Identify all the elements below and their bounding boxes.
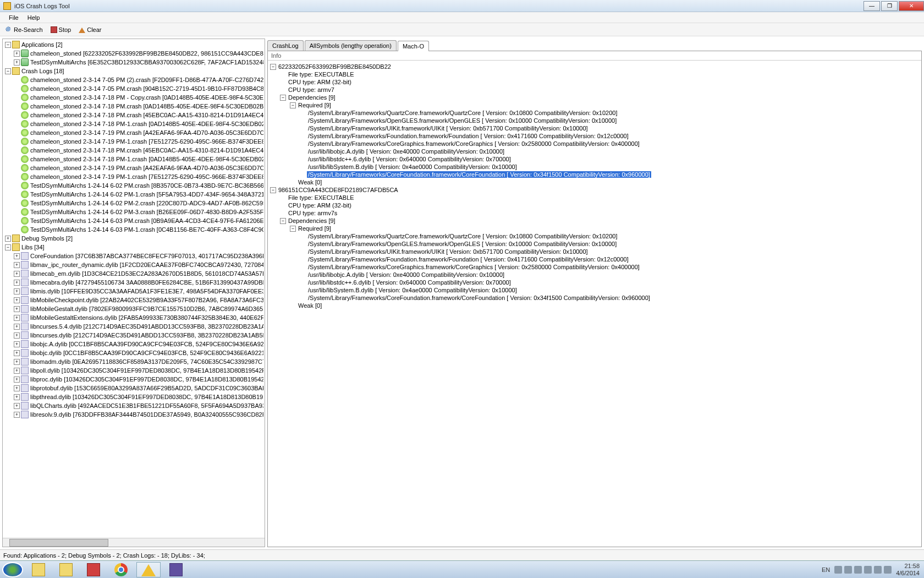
tree-lib-item[interactable]: +libobjc.A.dylib [0CC1BF8B5CAA39FD90CA9C… (4, 340, 263, 348)
tree-lib-item[interactable]: +libmis.dylib [10FFEE9D35CC3A3AAFAD5A1F3… (4, 287, 263, 296)
info-required[interactable]: −Required [9] (270, 225, 919, 232)
tree-crash-item[interactable]: TestDSymMultiArchs 1-24-14 6-03 PM-1.cra… (4, 225, 263, 234)
tree-lib-item[interactable]: +libMobileGestaltExtensions.dylib [2FAB5… (4, 313, 263, 322)
expander-icon[interactable]: + (14, 359, 20, 365)
taskbar-chrome[interactable] (109, 562, 133, 577)
expander-icon[interactable]: + (14, 297, 20, 303)
close-button[interactable]: ✕ (899, 1, 924, 11)
tree-lib-item[interactable]: +libproc.dylib [103426DC305C304F91EF997D… (4, 375, 263, 384)
tree-crash-item[interactable]: TestDSymMultiArchs 1-24-14 6-02 PM-2.cra… (4, 199, 263, 208)
tree-lib-item[interactable]: +libMobileCheckpoint.dylib [22AB2A402CE5… (4, 296, 263, 304)
expander-icon[interactable]: + (5, 236, 11, 242)
tree-crash-item[interactable]: chameleon_stoned 2-3-14 7-05 PM.crash [9… (4, 84, 263, 93)
expander-icon[interactable]: − (5, 42, 11, 48)
expander-icon[interactable]: − (290, 226, 296, 232)
info-dep-item[interactable]: /usr/lib/libstdc++.6.dylib [ Version: 0x… (270, 279, 919, 286)
stop-button[interactable]: Stop (47, 25, 75, 34)
info-weak[interactable]: Weak [0] (270, 178, 919, 186)
tree-crash-item[interactable]: TestDSymMultiArchs 1-24-14 6-02 PM.crash… (4, 181, 263, 190)
info-weak[interactable]: Weak [0] (270, 302, 919, 309)
tray-icon[interactable] (844, 566, 852, 574)
tree-lib-item[interactable]: +libncurses.5.4.dylib [212C714D9AEC35D49… (4, 322, 263, 331)
info-dep-item[interactable]: /System/Library/Frameworks/CoreFoundatio… (270, 171, 919, 178)
taskbar-explorer[interactable] (26, 562, 51, 577)
tree-lib-item[interactable]: +CoreFoundation [37C6B3B7ABCA3774BEC8FEC… (4, 252, 263, 260)
tree-lib-item[interactable]: +libmav_ipc_router_dynamic.dylib [1F2CD2… (4, 260, 263, 269)
tree-crash-item[interactable]: chameleon_stoned 2-3-14 7-19 PM-1.crash … (4, 137, 263, 146)
expander-icon[interactable]: + (14, 59, 20, 66)
lang-indicator[interactable]: EN (822, 566, 830, 573)
info-dep-item[interactable]: /System/Library/Frameworks/CoreGraphics.… (270, 263, 919, 271)
left-tree[interactable]: −Applications [2]+chameleon_stoned [6223… (3, 39, 265, 538)
info-binary-id[interactable]: −986151CC9A443CDE8FD2189C7AFDB5CA (270, 186, 919, 194)
tree-crash-item[interactable]: TestDSymMultiArchs 1-24-14 6-02 PM-1.cra… (4, 190, 263, 199)
info-dep-item[interactable]: /System/Library/Frameworks/Foundation.fr… (270, 132, 919, 140)
tree-crash-item[interactable]: chameleon_stoned 2-3-14 7-19 PM.crash [A… (4, 163, 263, 172)
maximize-button[interactable]: ❐ (881, 1, 898, 11)
tree-lib-item[interactable]: +libpthread.dylib [103426DC305C304F91EF9… (4, 392, 263, 401)
tray-icon[interactable] (884, 566, 892, 574)
expander-icon[interactable]: + (14, 262, 20, 268)
tree-applications[interactable]: −Applications [2] (4, 40, 263, 49)
tree-app-item[interactable]: +chameleon_stoned [622332052F633992BF99B… (4, 49, 263, 58)
info-dep-item[interactable]: /System/Library/Frameworks/UIKit.framewo… (270, 248, 919, 255)
clear-button[interactable]: Clear (75, 25, 105, 34)
tree-app-item[interactable]: +TestDSymMultiArchs [6E352C3BD12933CBBA9… (4, 58, 263, 67)
expander-icon[interactable]: + (14, 324, 20, 330)
info-dependencies[interactable]: −Dependencies [9] (270, 94, 919, 101)
tree-crash-item[interactable]: chameleon_stoned 2-3-14 7-18 PM-1.crash … (4, 119, 263, 128)
tab-allsymbols[interactable]: AllSymbols (lengthy operation) (305, 40, 397, 51)
tree-lib-item[interactable]: +libMobileGestalt.dylib [7802EF9800993FF… (4, 304, 263, 313)
info-dep-item[interactable]: /System/Library/Frameworks/OpenGLES.fram… (270, 117, 919, 124)
tree-lib-item[interactable]: +libpoll.dylib [103426DC305C304F91EF997D… (4, 366, 263, 375)
expander-icon[interactable]: − (5, 68, 11, 74)
info-dep-item[interactable]: /System/Library/Frameworks/QuartzCore.fr… (270, 232, 919, 240)
menu-help[interactable]: Help (23, 13, 45, 22)
expander-icon[interactable]: + (14, 288, 20, 295)
taskbar-vs[interactable] (164, 562, 188, 577)
tree-lib-item[interactable]: +libmecab_em.dylib [1D3C84CE21D53EC2A283… (4, 269, 263, 278)
info-dependencies[interactable]: −Dependencies [9] (270, 217, 919, 225)
start-button[interactable] (2, 562, 23, 577)
expander-icon[interactable]: + (14, 332, 20, 339)
info-dep-item[interactable]: /System/Library/Frameworks/QuartzCore.fr… (270, 109, 919, 117)
tree-crash-logs[interactable]: −Crash Logs [18] (4, 67, 263, 75)
tree-crash-item[interactable]: chameleon_stoned 2-3-14 7-18 PM-1.crash … (4, 155, 263, 163)
info-cpusub[interactable]: CPU type: armv7s (270, 209, 919, 217)
tray-icon[interactable] (834, 566, 842, 574)
tree-crash-item[interactable]: chameleon_stoned 2-3-14 7-18 PM.crash [4… (4, 111, 263, 119)
expander-icon[interactable]: − (280, 218, 286, 224)
tree-lib-item[interactable]: +libresolv.9.dylib [763DDFFB38AF3444B745… (4, 410, 263, 419)
tree-crash-item[interactable]: TestDSymMultiArchs 1-24-14 6-03 PM.crash… (4, 216, 263, 225)
info-filetype[interactable]: File type: EXECUTABLE (270, 70, 919, 78)
expander-icon[interactable]: − (270, 64, 276, 70)
info-cpusub[interactable]: CPU type: armv7 (270, 86, 919, 94)
expander-icon[interactable]: + (14, 385, 20, 391)
expander-icon[interactable]: − (270, 187, 276, 193)
expander-icon[interactable]: + (14, 253, 20, 259)
expander-icon[interactable]: + (14, 271, 20, 277)
clock[interactable]: 21:58 4/6/2014 (896, 563, 920, 576)
expander-icon[interactable]: + (14, 377, 20, 383)
expander-icon[interactable]: + (14, 51, 20, 57)
tree-lib-item[interactable]: +libomadm.dylib [0EA26957118836CF8589A31… (4, 357, 263, 366)
info-dep-item[interactable]: /usr/lib/libstdc++.6.dylib [ Version: 0x… (270, 155, 919, 163)
minimize-button[interactable]: — (864, 1, 880, 11)
info-dep-item[interactable]: /usr/lib/libobjc.A.dylib [ Version: 0xe4… (270, 271, 919, 279)
expander-icon[interactable]: + (14, 350, 20, 356)
expander-icon[interactable]: + (14, 394, 20, 400)
tab-crashlog[interactable]: CrashLog (267, 40, 304, 51)
expander-icon[interactable]: − (5, 244, 11, 250)
expander-icon[interactable]: − (290, 102, 296, 108)
research-button[interactable]: Re-Search (2, 25, 46, 34)
tree-crash-item[interactable]: chameleon_stoned 2-3-14 7-18 PM - Copy.c… (4, 93, 263, 102)
expander-icon[interactable]: + (14, 412, 20, 418)
expander-icon[interactable]: + (14, 341, 20, 347)
tree-libs[interactable]: −Libs [34] (4, 243, 263, 252)
expander-icon[interactable]: + (14, 368, 20, 374)
tab-macho[interactable]: Mach-O (398, 41, 429, 51)
taskbar-crashlogs[interactable] (136, 562, 161, 577)
info-dep-item[interactable]: /System/Library/Frameworks/CoreFoundatio… (270, 294, 919, 302)
tree-lib-item[interactable]: +libncurses.dylib [212C714D9AEC35D491ABD… (4, 331, 263, 340)
info-cputype[interactable]: CPU type: ARM (32-bit) (270, 201, 919, 209)
